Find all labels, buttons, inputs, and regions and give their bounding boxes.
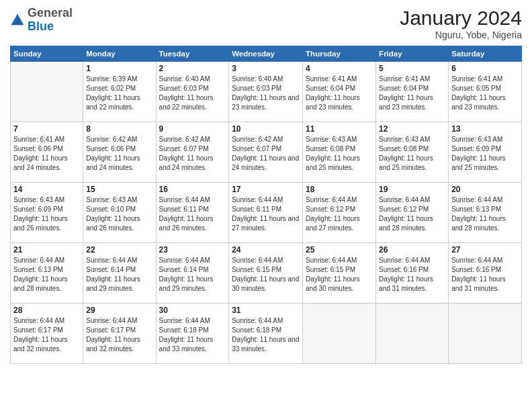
calendar-header-sunday: Sunday xyxy=(11,46,83,62)
title-section: January 2024 Nguru, Yobe, Nigeria xyxy=(400,7,522,40)
day-number: 3 xyxy=(232,64,300,73)
calendar-cell: 21Sunrise: 6:44 AMSunset: 6:13 PMDayligh… xyxy=(11,243,83,304)
calendar-cell: 29Sunrise: 6:44 AMSunset: 6:17 PMDayligh… xyxy=(83,304,156,364)
calendar-cell: 26Sunrise: 6:44 AMSunset: 6:16 PMDayligh… xyxy=(376,243,449,304)
day-info: Sunrise: 6:44 AMSunset: 6:17 PMDaylight:… xyxy=(86,316,152,354)
day-info: Sunrise: 6:41 AMSunset: 6:06 PMDaylight:… xyxy=(13,135,80,173)
calendar-cell: 3Sunrise: 6:40 AMSunset: 6:03 PMDaylight… xyxy=(229,62,303,122)
calendar-cell: 31Sunrise: 6:44 AMSunset: 6:18 PMDayligh… xyxy=(229,304,303,364)
calendar-cell: 1Sunrise: 6:39 AMSunset: 6:02 PMDaylight… xyxy=(83,62,156,122)
calendar-cell xyxy=(11,62,83,122)
day-info: Sunrise: 6:44 AMSunset: 6:13 PMDaylight:… xyxy=(451,195,519,233)
calendar-cell: 11Sunrise: 6:43 AMSunset: 6:08 PMDayligh… xyxy=(303,122,376,183)
day-number: 15 xyxy=(86,185,152,194)
day-number: 20 xyxy=(451,185,519,194)
logo: General Blue xyxy=(10,7,73,34)
day-number: 5 xyxy=(379,64,445,73)
day-info: Sunrise: 6:44 AMSunset: 6:16 PMDaylight:… xyxy=(451,256,519,293)
day-number: 14 xyxy=(13,185,80,194)
calendar-cell: 7Sunrise: 6:41 AMSunset: 6:06 PMDaylight… xyxy=(11,122,83,183)
logo-text: General Blue xyxy=(28,7,73,34)
day-info: Sunrise: 6:44 AMSunset: 6:14 PMDaylight:… xyxy=(86,256,152,293)
month-title: January 2024 xyxy=(400,7,522,30)
calendar-cell: 2Sunrise: 6:40 AMSunset: 6:03 PMDaylight… xyxy=(156,62,229,122)
day-info: Sunrise: 6:44 AMSunset: 6:18 PMDaylight:… xyxy=(159,316,226,354)
location: Nguru, Yobe, Nigeria xyxy=(400,30,522,40)
day-info: Sunrise: 6:43 AMSunset: 6:10 PMDaylight:… xyxy=(86,195,152,233)
day-number: 7 xyxy=(13,124,80,134)
day-info: Sunrise: 6:41 AMSunset: 6:04 PMDaylight:… xyxy=(306,75,373,112)
day-info: Sunrise: 6:43 AMSunset: 6:09 PMDaylight:… xyxy=(451,135,519,173)
calendar-cell: 19Sunrise: 6:44 AMSunset: 6:12 PMDayligh… xyxy=(376,183,449,243)
day-info: Sunrise: 6:44 AMSunset: 6:15 PMDaylight:… xyxy=(306,256,373,293)
day-number: 21 xyxy=(13,245,80,255)
calendar-cell: 15Sunrise: 6:43 AMSunset: 6:10 PMDayligh… xyxy=(83,183,156,243)
day-number: 23 xyxy=(159,245,226,255)
day-number: 27 xyxy=(451,245,519,255)
day-info: Sunrise: 6:43 AMSunset: 6:09 PMDaylight:… xyxy=(13,195,80,233)
calendar-cell: 5Sunrise: 6:41 AMSunset: 6:04 PMDaylight… xyxy=(376,62,449,122)
day-number: 6 xyxy=(451,64,519,73)
day-number: 4 xyxy=(306,64,373,73)
logo-icon xyxy=(10,13,25,28)
day-number: 17 xyxy=(232,185,300,194)
day-info: Sunrise: 6:42 AMSunset: 6:06 PMDaylight:… xyxy=(86,135,152,173)
day-info: Sunrise: 6:44 AMSunset: 6:15 PMDaylight:… xyxy=(232,256,300,293)
day-info: Sunrise: 6:39 AMSunset: 6:02 PMDaylight:… xyxy=(86,75,152,112)
day-number: 26 xyxy=(379,245,445,255)
day-info: Sunrise: 6:44 AMSunset: 6:11 PMDaylight:… xyxy=(159,195,226,233)
day-number: 30 xyxy=(159,306,226,315)
calendar-cell: 24Sunrise: 6:44 AMSunset: 6:15 PMDayligh… xyxy=(229,243,303,304)
day-info: Sunrise: 6:44 AMSunset: 6:13 PMDaylight:… xyxy=(13,256,80,293)
calendar-header-thursday: Thursday xyxy=(303,46,376,62)
calendar-cell: 16Sunrise: 6:44 AMSunset: 6:11 PMDayligh… xyxy=(156,183,229,243)
header: General Blue January 2024 Nguru, Yobe, N… xyxy=(10,7,522,40)
day-info: Sunrise: 6:44 AMSunset: 6:11 PMDaylight:… xyxy=(232,195,300,233)
calendar-week-row: 21Sunrise: 6:44 AMSunset: 6:13 PMDayligh… xyxy=(11,243,522,304)
day-info: Sunrise: 6:44 AMSunset: 6:17 PMDaylight:… xyxy=(13,316,80,354)
calendar-header-wednesday: Wednesday xyxy=(229,46,303,62)
calendar-cell: 12Sunrise: 6:43 AMSunset: 6:08 PMDayligh… xyxy=(376,122,449,183)
day-number: 25 xyxy=(306,245,373,255)
calendar-cell: 23Sunrise: 6:44 AMSunset: 6:14 PMDayligh… xyxy=(156,243,229,304)
calendar-cell xyxy=(376,304,449,364)
day-number: 29 xyxy=(86,306,152,315)
day-info: Sunrise: 6:40 AMSunset: 6:03 PMDaylight:… xyxy=(232,75,300,112)
day-info: Sunrise: 6:42 AMSunset: 6:07 PMDaylight:… xyxy=(232,135,300,173)
day-number: 8 xyxy=(86,124,152,134)
day-number: 19 xyxy=(379,185,445,194)
calendar-cell: 17Sunrise: 6:44 AMSunset: 6:11 PMDayligh… xyxy=(229,183,303,243)
calendar-header-friday: Friday xyxy=(376,46,449,62)
day-number: 22 xyxy=(86,245,152,255)
logo-blue: Blue xyxy=(28,19,54,33)
day-info: Sunrise: 6:40 AMSunset: 6:03 PMDaylight:… xyxy=(159,75,226,112)
calendar-cell: 6Sunrise: 6:41 AMSunset: 6:05 PMDaylight… xyxy=(449,62,522,122)
calendar-header-row: SundayMondayTuesdayWednesdayThursdayFrid… xyxy=(11,46,522,62)
calendar-cell: 14Sunrise: 6:43 AMSunset: 6:09 PMDayligh… xyxy=(11,183,83,243)
day-number: 13 xyxy=(451,124,519,134)
calendar-week-row: 14Sunrise: 6:43 AMSunset: 6:09 PMDayligh… xyxy=(11,183,522,243)
day-number: 10 xyxy=(232,124,300,134)
calendar-header-monday: Monday xyxy=(83,46,156,62)
day-info: Sunrise: 6:41 AMSunset: 6:04 PMDaylight:… xyxy=(379,75,445,112)
day-number: 9 xyxy=(159,124,226,134)
calendar-cell: 30Sunrise: 6:44 AMSunset: 6:18 PMDayligh… xyxy=(156,304,229,364)
day-info: Sunrise: 6:44 AMSunset: 6:12 PMDaylight:… xyxy=(379,195,445,233)
day-number: 18 xyxy=(306,185,373,194)
calendar-cell: 22Sunrise: 6:44 AMSunset: 6:14 PMDayligh… xyxy=(83,243,156,304)
calendar-cell: 27Sunrise: 6:44 AMSunset: 6:16 PMDayligh… xyxy=(449,243,522,304)
day-number: 16 xyxy=(159,185,226,194)
calendar-cell: 10Sunrise: 6:42 AMSunset: 6:07 PMDayligh… xyxy=(229,122,303,183)
day-info: Sunrise: 6:43 AMSunset: 6:08 PMDaylight:… xyxy=(306,135,373,173)
calendar-cell: 4Sunrise: 6:41 AMSunset: 6:04 PMDaylight… xyxy=(303,62,376,122)
day-number: 28 xyxy=(13,306,80,315)
day-number: 11 xyxy=(306,124,373,134)
calendar-cell: 20Sunrise: 6:44 AMSunset: 6:13 PMDayligh… xyxy=(449,183,522,243)
calendar-week-row: 28Sunrise: 6:44 AMSunset: 6:17 PMDayligh… xyxy=(11,304,522,364)
day-info: Sunrise: 6:44 AMSunset: 6:12 PMDaylight:… xyxy=(306,195,373,233)
calendar-cell: 28Sunrise: 6:44 AMSunset: 6:17 PMDayligh… xyxy=(11,304,83,364)
day-info: Sunrise: 6:44 AMSunset: 6:18 PMDaylight:… xyxy=(232,316,300,354)
day-info: Sunrise: 6:41 AMSunset: 6:05 PMDaylight:… xyxy=(451,75,519,112)
calendar-cell: 9Sunrise: 6:42 AMSunset: 6:07 PMDaylight… xyxy=(156,122,229,183)
day-info: Sunrise: 6:43 AMSunset: 6:08 PMDaylight:… xyxy=(379,135,445,173)
